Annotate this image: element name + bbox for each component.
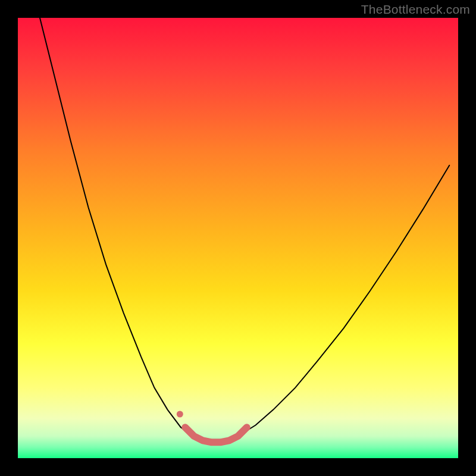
chart-frame: TheBottleneck.com <box>0 0 476 476</box>
plot-area <box>18 18 458 458</box>
watermark-text: TheBottleneck.com <box>361 2 470 17</box>
chart-svg <box>18 18 458 458</box>
gradient-background <box>18 18 458 458</box>
optimal-band-start-dot <box>177 411 183 418</box>
